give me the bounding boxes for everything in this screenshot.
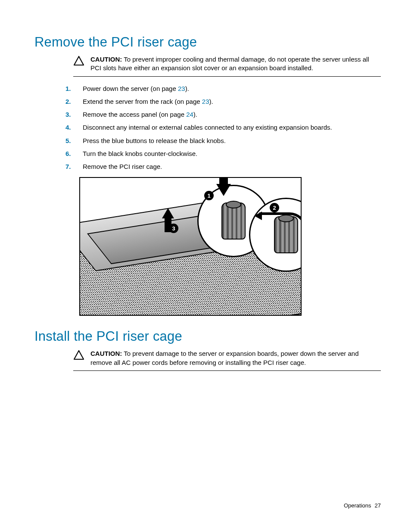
caution-icon	[73, 350, 84, 362]
caution-body: To prevent improper cooling and thermal …	[90, 56, 369, 72]
rotate-arrow-icon	[259, 212, 302, 230]
page-ref-link[interactable]: 24	[186, 111, 193, 118]
arrow-down-icon	[216, 184, 231, 196]
step-text: ).	[209, 98, 213, 105]
step-text: Turn the black knobs counter-clockwise.	[83, 150, 197, 157]
arrow-up-icon	[162, 208, 174, 218]
step-text: Disconnect any internal or external cabl…	[83, 124, 332, 131]
step-text: Remove the access panel (on page	[83, 111, 186, 118]
figure-pci-riser-cage: 1 2 3	[79, 177, 302, 316]
caution-label: CAUTION:	[90, 350, 122, 357]
step-text: Remove the PCI riser cage.	[83, 163, 162, 170]
step-text: ).	[193, 111, 197, 118]
caution-label: CAUTION:	[90, 56, 122, 63]
step-item: Extend the server from the rack (on page…	[65, 97, 381, 106]
caution-text: CAUTION: To prevent damage to the server…	[90, 349, 381, 367]
step-text: ).	[185, 85, 189, 92]
page-ref-link[interactable]: 23	[178, 85, 185, 92]
steps-list: Power down the server (on page 23). Exte…	[65, 84, 381, 171]
page-ref-link[interactable]: 23	[202, 98, 209, 105]
step-text: Press the blue buttons to release the bl…	[83, 137, 226, 144]
step-item: Press the blue buttons to release the bl…	[65, 137, 381, 145]
caution-block: CAUTION: To prevent improper cooling and…	[73, 55, 381, 77]
step-item: Turn the black knobs counter-clockwise.	[65, 149, 381, 158]
step-item: Remove the PCI riser cage.	[65, 162, 381, 171]
footer-page-number: 27	[375, 502, 381, 509]
knob-illustration	[221, 202, 246, 240]
step-text: Extend the server from the rack (on page	[83, 98, 202, 105]
heading-install-pci-riser-cage: Install the PCI riser cage	[34, 329, 381, 344]
caution-icon	[73, 56, 84, 68]
step-item: Power down the server (on page 23).	[65, 84, 381, 93]
footer-section-name: Operations	[344, 502, 371, 509]
heading-remove-pci-riser-cage: Remove the PCI riser cage	[34, 34, 381, 50]
caution-block: CAUTION: To prevent damage to the server…	[73, 349, 381, 371]
page-footer: Operations27	[344, 502, 381, 509]
step-item: Remove the access panel (on page 24).	[65, 110, 381, 119]
step-text: Power down the server (on page	[83, 85, 178, 92]
step-item: Disconnect any internal or external cabl…	[65, 123, 381, 132]
caution-text: CAUTION: To prevent improper cooling and…	[90, 55, 381, 73]
caution-body: To prevent damage to the server or expan…	[90, 350, 359, 366]
